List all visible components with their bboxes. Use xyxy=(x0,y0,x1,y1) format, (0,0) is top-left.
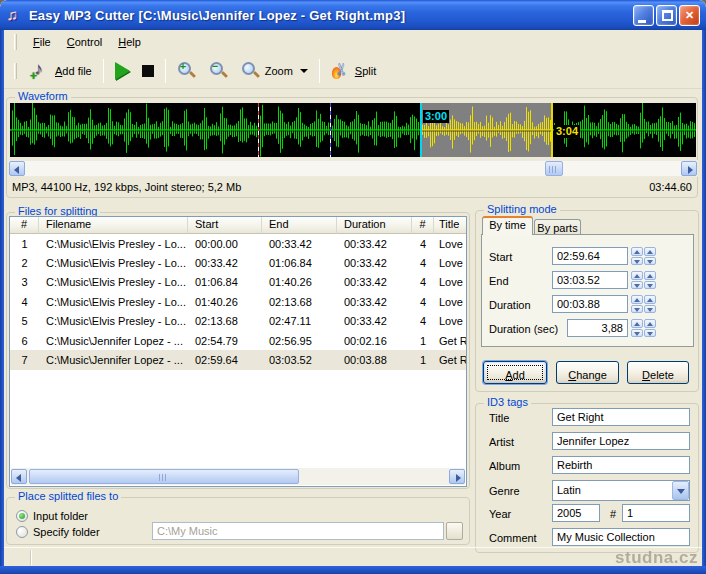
end-min-spinner[interactable] xyxy=(631,271,643,289)
cell-start: 02:13.68 xyxy=(188,315,262,327)
header-end[interactable]: End xyxy=(262,217,337,234)
browse-folder-button[interactable] xyxy=(446,522,463,540)
toolbar-separator xyxy=(165,59,166,83)
menu-bar: File Control Help xyxy=(4,30,702,53)
track-hash-label: # xyxy=(610,508,616,520)
menu-control[interactable]: Control xyxy=(59,33,110,51)
scroll-right-button[interactable] xyxy=(449,469,465,484)
specify-folder-label[interactable]: Specify folder xyxy=(33,526,100,538)
cell-duration: 00:33.42 xyxy=(337,257,412,269)
header-title[interactable]: Title xyxy=(434,217,466,234)
zoom-label: Zoom xyxy=(265,65,293,77)
start-sec-spinner[interactable] xyxy=(644,247,656,265)
waveform-group-label: Waveform xyxy=(15,90,71,102)
cell-filename: C:\Music\Elvis Presley - Lo... xyxy=(39,276,188,288)
scroll-left-button[interactable] xyxy=(11,469,27,484)
table-scrollbar[interactable] xyxy=(11,468,465,485)
stop-icon xyxy=(142,65,154,77)
waveform-scrollbar[interactable] xyxy=(8,160,698,177)
minimize-button[interactable] xyxy=(633,5,654,26)
stop-button[interactable] xyxy=(136,62,160,80)
zoom-in-button[interactable]: + xyxy=(171,58,203,84)
id3-track-input[interactable] xyxy=(622,504,690,522)
zoom-out-button[interactable]: − xyxy=(203,58,235,84)
duration-input[interactable] xyxy=(552,295,628,313)
scroll-left-button[interactable] xyxy=(9,161,25,176)
splitting-mode-label: Splitting mode xyxy=(484,203,560,215)
duration-sec-label: Duration (sec) xyxy=(489,323,558,335)
cell-filename: C:\Music\Jennifer Lopez - ... xyxy=(39,335,188,347)
dursec-frac-spinner[interactable] xyxy=(644,319,656,337)
start-input[interactable] xyxy=(552,247,628,265)
input-folder-radio[interactable] xyxy=(16,510,28,522)
zoom-dropdown-button[interactable]: Zoom xyxy=(235,58,314,84)
add-file-button[interactable]: ♪+ Add file xyxy=(25,58,98,84)
cell-end: 03:03.52 xyxy=(262,354,337,366)
id3-year-input[interactable] xyxy=(552,504,600,522)
duration-sec-spinner[interactable] xyxy=(644,295,656,313)
tab-by-parts[interactable]: By parts xyxy=(534,219,581,235)
duration-min-spinner[interactable] xyxy=(631,295,643,313)
table-row[interactable]: 4C:\Music\Elvis Presley - Lo...01:40.260… xyxy=(10,292,466,311)
cell-num: 4 xyxy=(10,296,39,308)
input-folder-label[interactable]: Input folder xyxy=(33,510,88,522)
header-start[interactable]: Start xyxy=(188,217,262,234)
cell-track: 1 xyxy=(412,354,434,366)
chevron-down-icon xyxy=(300,69,308,73)
table-scrollbar-thumb[interactable] xyxy=(29,469,299,484)
table-row[interactable]: 2C:\Music\Elvis Presley - Lo...00:33.420… xyxy=(10,253,466,272)
waveform-display[interactable]: 3:00 3:04 xyxy=(10,103,696,157)
id3-year-label: Year xyxy=(489,508,511,520)
title-bar[interactable]: ♫ Easy MP3 Cutter [C:\Music\Jennifer Lop… xyxy=(0,0,706,30)
end-sec-spinner[interactable] xyxy=(644,271,656,289)
table-row[interactable]: 3C:\Music\Elvis Presley - Lo...01:06.840… xyxy=(10,273,466,292)
id3-album-input[interactable] xyxy=(552,456,690,474)
scroll-right-button[interactable] xyxy=(681,161,697,176)
cell-start: 02:59.64 xyxy=(188,354,262,366)
delete-button[interactable]: Delete xyxy=(627,361,689,384)
toolbar: ♪+ Add file + − Zoom ✄ Split xyxy=(4,53,702,89)
menu-help[interactable]: Help xyxy=(110,33,149,51)
total-time-text: 03:44.60 xyxy=(649,181,692,193)
duration-sec-input[interactable] xyxy=(567,319,628,337)
header-duration[interactable]: Duration xyxy=(337,217,412,234)
split-icon: ✄ xyxy=(331,61,351,81)
table-row[interactable]: 6C:\Music\Jennifer Lopez - ...02:54.7902… xyxy=(10,331,466,350)
cell-start: 01:40.26 xyxy=(188,296,262,308)
play-button[interactable] xyxy=(109,59,136,83)
specify-folder-radio[interactable] xyxy=(16,526,28,538)
zoom-out-icon: − xyxy=(209,61,229,81)
header-filename[interactable]: Filename xyxy=(39,217,188,234)
cell-filename: C:\Music\Elvis Presley - Lo... xyxy=(39,315,188,327)
change-button[interactable]: Change xyxy=(556,361,619,384)
split-label: Split xyxy=(355,65,376,77)
start-min-spinner[interactable] xyxy=(631,247,643,265)
waveform-canvas[interactable] xyxy=(10,103,696,157)
cell-num: 7 xyxy=(10,354,39,366)
table-row[interactable]: 1C:\Music\Elvis Presley - Lo...00:00.000… xyxy=(10,234,466,253)
cell-duration: 00:03.88 xyxy=(337,354,412,366)
end-input[interactable] xyxy=(552,271,628,289)
maximize-button[interactable] xyxy=(656,5,677,26)
genre-dropdown-icon[interactable] xyxy=(672,481,689,500)
duration-label: Duration xyxy=(489,299,531,311)
cell-end: 02:47.11 xyxy=(262,315,337,327)
end-spinners xyxy=(631,271,656,289)
header-track[interactable]: # xyxy=(412,217,434,234)
table-row[interactable]: 5C:\Music\Elvis Presley - Lo...02:13.680… xyxy=(10,312,466,331)
close-button[interactable]: ✕ xyxy=(679,5,700,26)
dursec-int-spinner[interactable] xyxy=(631,319,643,337)
menu-file[interactable]: File xyxy=(25,33,59,51)
split-button[interactable]: ✄ Split xyxy=(325,58,382,84)
id3-title-input[interactable] xyxy=(552,408,690,426)
genre-select[interactable]: Latin xyxy=(552,480,690,501)
tab-by-time[interactable]: By time xyxy=(482,216,533,235)
waveform-scrollbar-thumb[interactable] xyxy=(545,161,563,176)
id3-artist-input[interactable] xyxy=(552,432,690,450)
end-label: End xyxy=(489,275,509,287)
id3-comment-input[interactable] xyxy=(552,528,690,546)
add-button[interactable]: Add xyxy=(483,361,547,384)
table-row[interactable]: 7C:\Music\Jennifer Lopez - ...02:59.6403… xyxy=(10,350,466,369)
status-divider xyxy=(30,550,32,565)
header-num[interactable]: # xyxy=(10,217,39,234)
